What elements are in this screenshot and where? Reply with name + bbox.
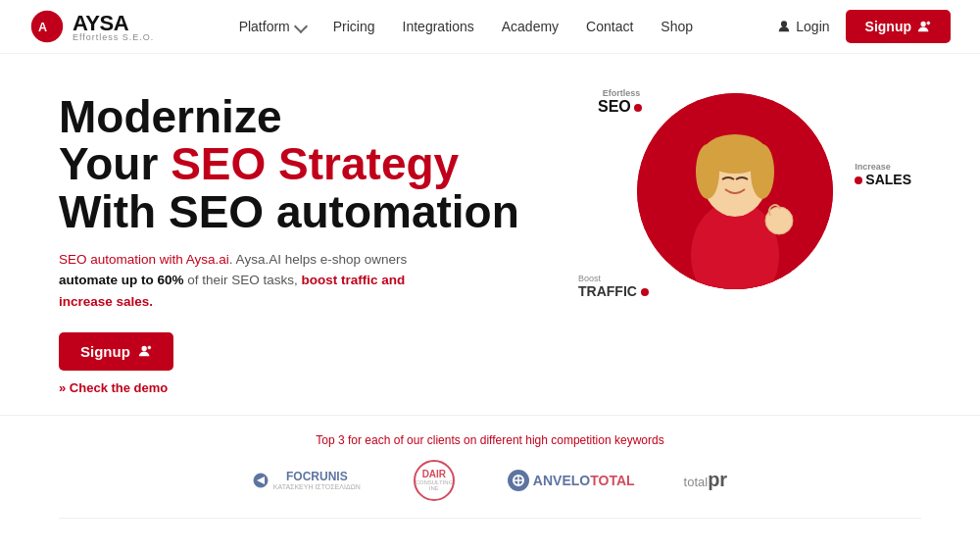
- hero-title-line3: With SEO automation: [59, 186, 519, 237]
- hero-title-line2-plain: Your: [59, 138, 171, 189]
- badge-sales: Increase SALES: [855, 162, 911, 187]
- focrunis-text: FOCRUNIS: [273, 470, 361, 483]
- nav-item-academy[interactable]: Academy: [502, 18, 559, 35]
- login-link[interactable]: Login: [777, 19, 829, 34]
- svg-point-15: [696, 144, 719, 199]
- hero-title-line2-red: SEO Strategy: [171, 138, 459, 189]
- logo-icon: A: [29, 9, 65, 44]
- hero-right: Efortless SEO: [549, 83, 921, 328]
- logo[interactable]: A AYSA Effortless S.E.O.: [29, 9, 154, 44]
- logo-anvelototal: ANVELOTOTAL: [508, 470, 635, 491]
- signup-icon: [917, 20, 931, 33]
- svg-point-16: [751, 144, 774, 199]
- navbar: A AYSA Effortless S.E.O. Platform Pricin…: [0, 0, 980, 54]
- ai-title: The exclusive AI platform utilizing data…: [157, 548, 823, 552]
- hero-person-svg: [637, 93, 833, 289]
- badge-sales-value: SALES: [865, 172, 911, 187]
- badge-traffic-label: Boost: [578, 274, 652, 283]
- hero-desc-aysa-link[interactable]: Aysa.ai: [186, 252, 229, 267]
- totalpr-pr: pr: [708, 469, 727, 490]
- nav-link-academy[interactable]: Academy: [502, 19, 559, 34]
- hero-title: Modernize Your SEO Strategy With SEO aut…: [59, 93, 549, 235]
- anvelo-text: ANVELOTOTAL: [533, 473, 635, 488]
- signup-button[interactable]: Signup: [846, 10, 951, 43]
- svg-text:A: A: [38, 21, 47, 34]
- hero-left: Modernize Your SEO Strategy With SEO aut…: [59, 83, 549, 395]
- nav-item-integrations[interactable]: Integrations: [403, 18, 474, 35]
- dair-sub: CONSULTING INE: [415, 479, 453, 491]
- hero-title-line1: Modernize: [59, 91, 281, 142]
- nav-link-contact[interactable]: Contact: [586, 19, 633, 34]
- chevron-down-icon: [294, 20, 308, 33]
- dair-text: DAIR: [415, 469, 453, 479]
- totalpr-text: totalpr: [684, 469, 728, 491]
- hero-signup-icon: [138, 344, 152, 358]
- anvelo-icon: [508, 470, 529, 491]
- svg-point-3: [921, 22, 926, 26]
- badge-seo-value: SEO: [598, 98, 631, 115]
- badge-seo: Efortless SEO: [598, 88, 645, 116]
- logo-totalpr: totalpr: [684, 469, 728, 491]
- sales-dot: [855, 176, 862, 184]
- logos-row: FOCRUNIS ΚΑΤΑΣΚΕΥΗ ΙΣΤΟΣΕΛΙΔΩΝ DAIR CONS…: [59, 461, 921, 500]
- logo-sub: Effortless S.E.O.: [73, 32, 154, 42]
- user-icon: [777, 20, 791, 33]
- nav-link-shop[interactable]: Shop: [661, 19, 693, 34]
- seo-dot: [634, 104, 642, 112]
- logo-focrunis: FOCRUNIS ΚΑΤΑΣΚΕΥΗ ΙΣΤΟΣΕΛΙΔΩΝ: [253, 470, 361, 490]
- traffic-dot: [641, 288, 649, 296]
- hero-signup-button[interactable]: Signup: [59, 332, 173, 371]
- nav-item-pricing[interactable]: Pricing: [333, 18, 375, 35]
- logos-title: Top 3 for each of our clients on differe…: [59, 433, 921, 447]
- nav-item-contact[interactable]: Contact: [586, 18, 633, 35]
- logos-keyword-highlight: keywords: [614, 433, 664, 447]
- logos-section: Top 3 for each of our clients on differe…: [0, 415, 980, 518]
- focrunis-icon: [253, 473, 269, 488]
- hero-desc-seo-link[interactable]: SEO automation with: [59, 252, 186, 267]
- logo-dair: DAIR CONSULTING INE: [410, 461, 459, 500]
- nav-item-shop[interactable]: Shop: [661, 18, 693, 35]
- hero-desc-bold: automate up to 60%: [59, 273, 184, 287]
- svg-point-6: [141, 346, 146, 351]
- badge-sales-label: Increase: [855, 162, 911, 172]
- badge-traffic-value: TRAFFIC: [578, 283, 637, 299]
- badge-traffic: Boost TRAFFIC: [578, 274, 652, 299]
- nav-item-platform[interactable]: Platform: [239, 19, 306, 34]
- hero-cta: Signup Check the demo: [59, 332, 549, 395]
- nav-links: Platform Pricing Integrations Academy Co…: [239, 18, 693, 35]
- dair-circle: DAIR CONSULTING INE: [414, 460, 455, 501]
- hero-image-circle: [637, 93, 833, 289]
- ai-section: The exclusive AI platform utilizing data…: [0, 519, 980, 552]
- anvelo-total-text: TOTAL: [590, 473, 634, 488]
- nav-right: Login Signup: [777, 10, 951, 43]
- svg-point-2: [781, 21, 787, 26]
- nav-link-integrations[interactable]: Integrations: [403, 19, 474, 34]
- nav-link-platform[interactable]: Platform: [239, 19, 306, 34]
- hero-description: SEO automation with Aysa.ai. Aysa.AI hel…: [59, 249, 431, 313]
- nav-link-pricing[interactable]: Pricing: [333, 19, 375, 34]
- check-demo-link[interactable]: Check the demo: [59, 380, 549, 395]
- hero-section: Modernize Your SEO Strategy With SEO aut…: [0, 54, 980, 415]
- focrunis-sub: ΚΑΤΑΣΚΕΥΗ ΙΣΤΟΣΕΛΙΔΩΝ: [273, 483, 361, 490]
- login-label: Login: [796, 19, 829, 34]
- anvelo-wheel-icon: [511, 473, 526, 488]
